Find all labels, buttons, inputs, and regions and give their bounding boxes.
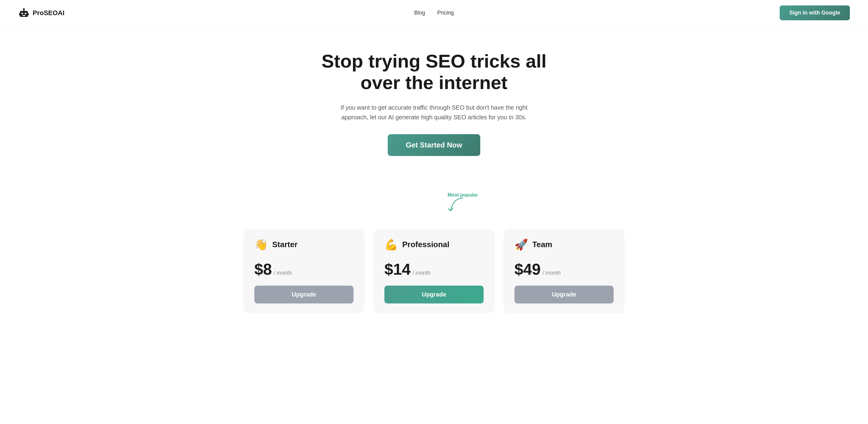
- hero-subtitle: If you want to get accurate traffic thro…: [331, 103, 537, 122]
- robot-icon: [18, 7, 30, 19]
- professional-period: / month: [412, 270, 431, 276]
- hero-title: Stop trying SEO tricks all over the inte…: [310, 50, 558, 93]
- pricing-section: Most popular 👋 Starter $8 / month Upgrad…: [0, 174, 868, 313]
- svg-point-5: [23, 8, 25, 10]
- team-price: $49: [515, 260, 541, 278]
- get-started-button[interactable]: Get Started Now: [388, 134, 480, 156]
- starter-period: / month: [274, 270, 292, 276]
- sign-in-button[interactable]: Sign in with Google: [780, 5, 850, 20]
- starter-card-header: 👋 Starter: [254, 238, 353, 251]
- professional-upgrade-button[interactable]: Upgrade: [384, 286, 484, 304]
- starter-upgrade-button[interactable]: Upgrade: [254, 286, 353, 304]
- svg-rect-3: [22, 15, 25, 16]
- team-period: / month: [542, 270, 561, 276]
- navbar: ProSEOAI Blog Pricing Sign in with Googl…: [0, 0, 868, 26]
- logo-area: ProSEOAI: [18, 7, 64, 19]
- professional-card: 💪 Professional $14 / month Upgrade: [373, 229, 495, 313]
- nav-links: Blog Pricing: [414, 10, 454, 16]
- starter-card: 👋 Starter $8 / month Upgrade: [244, 229, 365, 313]
- team-card-header: 🚀 Team: [515, 238, 614, 251]
- starter-emoji: 👋: [254, 238, 268, 251]
- svg-rect-1: [22, 13, 23, 14]
- professional-price: $14: [384, 260, 411, 278]
- professional-card-header: 💪 Professional: [384, 238, 484, 251]
- starter-price: $8: [254, 260, 272, 278]
- svg-rect-2: [25, 13, 26, 14]
- svg-rect-6: [19, 13, 20, 16]
- professional-emoji: 💪: [384, 238, 398, 251]
- team-title: Team: [532, 240, 552, 249]
- most-popular-label: Most popular: [447, 192, 478, 198]
- starter-price-row: $8 / month: [254, 260, 353, 278]
- most-popular-arrow: [444, 197, 469, 213]
- starter-title: Starter: [272, 240, 298, 249]
- team-card: 🚀 Team $49 / month Upgrade: [503, 229, 624, 313]
- pricing-cards: 👋 Starter $8 / month Upgrade 💪 Professio…: [18, 210, 850, 313]
- hero-section: Stop trying SEO tricks all over the inte…: [298, 26, 570, 174]
- logo-text: ProSEOAI: [33, 9, 64, 17]
- nav-pricing[interactable]: Pricing: [437, 10, 454, 16]
- professional-price-row: $14 / month: [384, 260, 484, 278]
- team-price-row: $49 / month: [515, 260, 614, 278]
- team-emoji: 🚀: [515, 238, 528, 251]
- team-upgrade-button[interactable]: Upgrade: [515, 286, 614, 304]
- professional-title: Professional: [402, 240, 450, 249]
- svg-rect-7: [28, 13, 29, 16]
- nav-blog[interactable]: Blog: [414, 10, 425, 16]
